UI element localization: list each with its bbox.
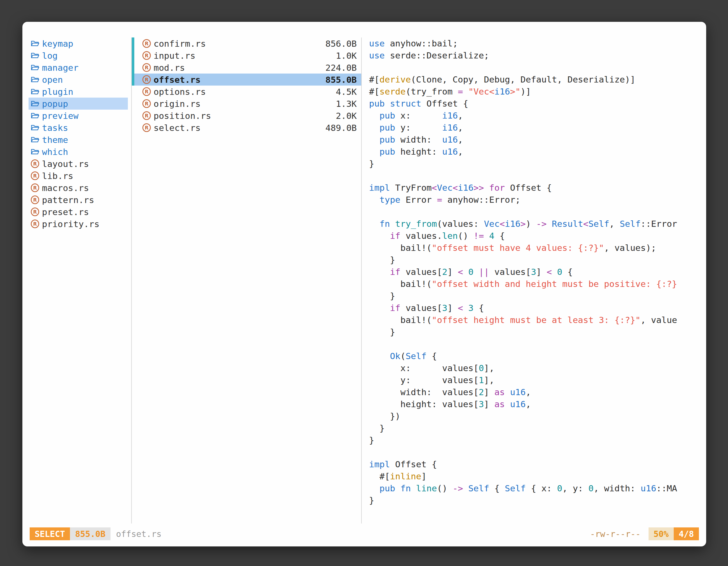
item-label: preset.rs — [42, 207, 89, 217]
dir-item-preview[interactable]: preview — [29, 110, 128, 122]
code-line: pub y: i16, — [369, 122, 706, 134]
file-item-layout.rs[interactable]: Rlayout.rs — [29, 158, 128, 170]
file-item-origin.rs[interactable]: Rorigin.rs1.3K — [132, 98, 361, 110]
item-size: 1.0K — [336, 51, 357, 61]
item-size: 224.0B — [325, 63, 357, 73]
item-label: confirm.rs — [154, 39, 206, 49]
folder-open-icon — [31, 148, 39, 156]
rust-icon: R — [31, 196, 39, 204]
item-label: origin.rs — [154, 99, 201, 109]
folder-open-icon — [31, 39, 39, 48]
parent-pane: keymaplogmanageropenpluginpopuppreviewta… — [22, 37, 132, 523]
item-size: 2.0K — [336, 111, 357, 121]
code-line: } — [369, 158, 706, 170]
item-label: lib.rs — [42, 171, 73, 181]
code-line: } — [369, 254, 706, 266]
item-label: plugin — [42, 87, 73, 97]
code-line: #[serde(try_from = "Vec<i16>")] — [369, 86, 706, 98]
item-label: keymap — [42, 39, 73, 49]
rust-icon: R — [142, 39, 151, 48]
item-label: priority.rs — [42, 219, 99, 229]
rust-icon: R — [142, 51, 151, 60]
code-line — [369, 62, 706, 74]
code-line: }) — [369, 410, 706, 422]
file-item-pattern.rs[interactable]: Rpattern.rs — [29, 194, 128, 206]
code-line: impl Offset { — [369, 458, 706, 470]
item-label: tasks — [42, 123, 68, 133]
file-item-macros.rs[interactable]: Rmacros.rs — [29, 182, 128, 194]
dir-item-log[interactable]: log — [29, 50, 128, 62]
dir-item-which[interactable]: which — [29, 146, 128, 158]
status-filename: offset.rs — [116, 529, 162, 539]
dir-item-manager[interactable]: manager — [29, 62, 128, 74]
code-line: } — [369, 290, 706, 302]
file-item-preset.rs[interactable]: Rpreset.rs — [29, 206, 128, 218]
dir-item-theme[interactable]: theme — [29, 134, 128, 146]
code-line: if values[2] < 0 || values[3] < 0 { — [369, 266, 706, 278]
code-line: bail!("offset width and height must be p… — [369, 278, 706, 290]
file-item-confirm.rs[interactable]: Rconfirm.rs856.0B — [132, 37, 361, 50]
item-label: input.rs — [154, 51, 195, 61]
code-line: y: values[1], — [369, 374, 706, 386]
item-label: position.rs — [154, 111, 211, 121]
rust-icon: R — [31, 208, 39, 216]
file-item-mod.rs[interactable]: Rmod.rs224.0B — [132, 62, 361, 74]
code-line: } — [369, 434, 706, 446]
item-label: popup — [42, 99, 68, 109]
code-line: } — [369, 326, 706, 338]
file-item-position.rs[interactable]: Rposition.rs2.0K — [132, 110, 361, 122]
dir-item-tasks[interactable]: tasks — [29, 122, 128, 134]
folder-open-icon — [31, 112, 39, 120]
mode-badge: SELECT — [30, 527, 70, 540]
dir-item-popup[interactable]: popup — [29, 98, 128, 110]
file-item-priority.rs[interactable]: Rpriority.rs — [29, 218, 128, 230]
panes-container: keymaplogmanageropenpluginpopuppreviewta… — [22, 37, 706, 523]
file-item-input.rs[interactable]: Rinput.rs1.0K — [132, 50, 361, 62]
file-item-lib.rs[interactable]: Rlib.rs — [29, 170, 128, 182]
dir-item-open[interactable]: open — [29, 74, 128, 86]
code-line: #[derive(Clone, Copy, Debug, Default, De… — [369, 74, 706, 86]
file-item-select.rs[interactable]: Rselect.rs489.0B — [132, 122, 361, 134]
item-label: manager — [42, 63, 79, 73]
permissions-text: -rw-r--r-- — [590, 529, 641, 539]
folder-open-icon — [31, 88, 39, 96]
rust-icon: R — [142, 112, 151, 120]
code-line: Ok(Self { — [369, 350, 706, 362]
item-label: layout.rs — [42, 159, 89, 169]
cursor-position-badge: 4/8 — [674, 527, 699, 540]
code-line: if values[3] < 3 { — [369, 302, 706, 314]
scroll-percent-badge: 50% — [649, 527, 674, 540]
item-size: 856.0B — [325, 39, 357, 49]
current-pane: Rconfirm.rs856.0BRinput.rs1.0KRmod.rs224… — [132, 37, 362, 523]
folder-open-icon — [31, 64, 39, 72]
code-line: x: values[0], — [369, 362, 706, 374]
item-size: 855.0B — [325, 75, 357, 85]
folder-open-icon — [31, 100, 39, 108]
code-line: type Error = anyhow::Error; — [369, 194, 706, 206]
code-line: width: values[2] as u16, — [369, 386, 706, 398]
folder-open-icon — [31, 124, 39, 132]
code-line — [369, 170, 706, 182]
code-line: } — [369, 494, 706, 506]
item-size: 489.0B — [325, 123, 357, 133]
rust-icon: R — [142, 100, 151, 108]
item-label: select.rs — [154, 123, 201, 133]
dir-item-keymap[interactable]: keymap — [29, 37, 128, 50]
rust-icon: R — [142, 64, 151, 72]
item-size: 1.3K — [336, 99, 357, 109]
preview-pane: use anyhow::bail;use serde::Deserialize;… — [362, 37, 706, 523]
rust-icon: R — [31, 220, 39, 228]
code-line: if values.len() != 4 { — [369, 230, 706, 242]
code-line — [369, 446, 706, 458]
dir-item-plugin[interactable]: plugin — [29, 86, 128, 98]
folder-open-icon — [31, 136, 39, 144]
status-bar: SELECT 855.0B offset.rs -rw-r--r-- 50% 4… — [30, 527, 699, 540]
file-item-offset.rs[interactable]: Roffset.rs855.0B — [132, 74, 361, 86]
rust-icon: R — [31, 184, 39, 192]
file-item-options.rs[interactable]: Roptions.rs4.5K — [132, 86, 361, 98]
item-label: theme — [42, 135, 68, 145]
code-line: height: values[3] as u16, — [369, 398, 706, 410]
item-label: macros.rs — [42, 183, 89, 193]
code-line: fn try_from(values: Vec<i16>) -> Result<… — [369, 218, 706, 230]
rust-icon: R — [31, 172, 39, 180]
